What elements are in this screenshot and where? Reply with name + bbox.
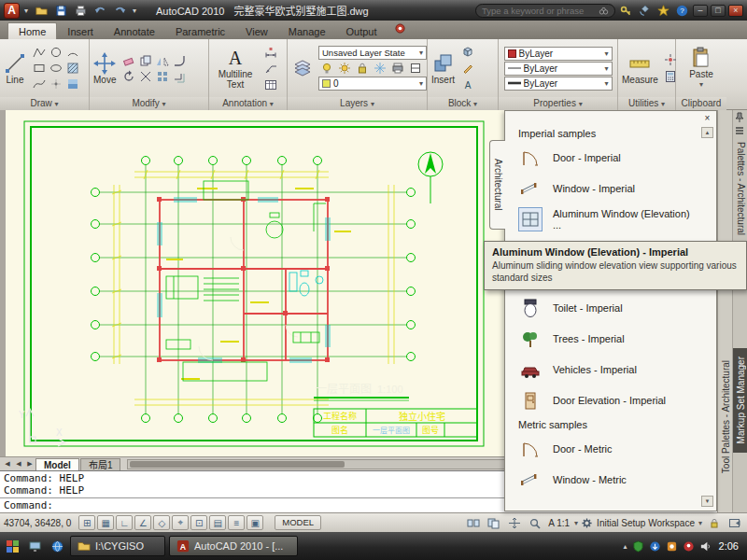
rectangle-button[interactable] [31, 61, 47, 76]
show-desktop-button[interactable] [25, 537, 44, 555]
volume-icon[interactable] [699, 540, 712, 553]
qp-toggle[interactable]: ▣ [247, 515, 263, 530]
measure-button[interactable]: Measure [620, 51, 660, 86]
app-menu-button[interactable]: A [4, 3, 20, 19]
edit-block-button[interactable] [459, 61, 475, 76]
tab-view[interactable]: View [235, 23, 278, 39]
palette-item-trees[interactable]: Trees - Imperial [518, 323, 698, 354]
help-search-box[interactable] [475, 4, 615, 18]
lwt-toggle[interactable]: ≡ [228, 515, 245, 530]
plot-button[interactable] [72, 3, 89, 19]
tray-antivirus-icon[interactable] [666, 540, 678, 553]
scrollbar-thumb[interactable] [130, 461, 345, 468]
layer-lock-button[interactable] [354, 61, 370, 76]
tray-messenger-icon[interactable] [683, 540, 695, 553]
fillet-button[interactable] [171, 53, 187, 68]
close-button[interactable]: × [728, 5, 743, 17]
object-color-dropdown[interactable]: ByLayer ▾ [504, 47, 613, 61]
spline-button[interactable] [31, 77, 47, 91]
save-button[interactable] [52, 3, 69, 19]
palette-item-door-imperial[interactable]: Door - Imperial [518, 142, 698, 173]
qat-customize-chevron-icon[interactable]: ▾ [131, 7, 138, 15]
open-button[interactable] [33, 3, 49, 19]
app-menu-chevron-icon[interactable]: ▾ [22, 7, 30, 15]
tray-shield-icon[interactable] [632, 540, 644, 553]
panel-label-draw[interactable]: Draw ▾ [0, 97, 89, 110]
leader-button[interactable] [262, 61, 278, 76]
hatch-button[interactable] [64, 61, 80, 76]
ellipse-button[interactable] [48, 61, 63, 76]
zoom-button[interactable] [526, 515, 543, 530]
tab-scroll-first-button[interactable]: ◀ [2, 460, 13, 468]
tab-parametric[interactable]: Parametric [165, 23, 235, 39]
panel-label-clipboard[interactable]: Clipboard [676, 97, 726, 110]
auto-hide-pin-icon[interactable] [734, 112, 745, 123]
favorites-button[interactable] [655, 3, 671, 18]
polar-toggle[interactable]: ∠ [134, 515, 151, 530]
clean-screen-button[interactable] [726, 515, 743, 530]
copy-button[interactable] [137, 53, 153, 68]
help-button[interactable]: ? [674, 3, 690, 18]
array-button[interactable] [154, 69, 170, 84]
trim-button[interactable] [137, 69, 153, 84]
rotate-button[interactable] [120, 69, 136, 84]
tool-palettes-titlebar[interactable]: Tool Palettes - Architectural [717, 110, 732, 512]
palette-item-door-metric[interactable]: Door - Metric [518, 433, 698, 464]
palette-item-vehicles[interactable]: Vehicles - Imperial [518, 354, 698, 385]
subscription-center-button[interactable] [618, 3, 634, 18]
horizontal-scrollbar[interactable] [127, 459, 506, 469]
palette-item-aluminum-window[interactable]: Aluminum Window (Elevation) ... [518, 203, 698, 234]
gradient-button[interactable] [64, 77, 80, 91]
tab-scroll-left-button[interactable]: ◀ [13, 460, 24, 468]
palette-item-door-elevation[interactable]: Door Elevation - Imperial [518, 385, 698, 415]
palette-item-window-metric[interactable]: Window - Metric [518, 464, 698, 495]
tab-insert[interactable]: Insert [57, 23, 104, 39]
panel-label-utilities[interactable]: Utilities ▾ [618, 97, 675, 110]
communication-center-button[interactable] [637, 3, 653, 18]
linetype-dropdown[interactable]: ByLayer ▾ [504, 62, 613, 76]
insert-button[interactable]: Insert [430, 51, 457, 86]
table-button[interactable] [262, 77, 278, 92]
taskbar-item-autocad[interactable]: A AutoCAD 2010 - [... [169, 536, 298, 556]
paste-button[interactable]: Paste ▾ [687, 46, 715, 91]
maximize-button[interactable]: □ [711, 5, 726, 17]
tray-expand-icon[interactable]: ▴ [624, 542, 627, 551]
grid-toggle[interactable]: ▦ [97, 515, 114, 530]
panel-label-modify[interactable]: Modify ▾ [90, 97, 208, 110]
offset-button[interactable] [171, 69, 187, 84]
quick-launch-browser-button[interactable] [48, 537, 66, 555]
annotation-scale-value[interactable]: A 1:1 [548, 518, 570, 528]
dyn-toggle[interactable]: ▤ [209, 515, 226, 530]
ribbon-minimize-button[interactable] [395, 23, 405, 35]
layer-thaw-button[interactable] [336, 61, 352, 76]
taskbar-item-folder[interactable]: I:\CYGISO [70, 536, 165, 556]
create-block-button[interactable] [459, 44, 475, 59]
otrack-toggle[interactable]: ⌖ [172, 515, 189, 530]
palette-item-toilet[interactable]: Toilet - Imperial [518, 292, 698, 323]
tab-manage[interactable]: Manage [278, 23, 336, 39]
arc-button[interactable] [64, 45, 80, 60]
minimize-button[interactable]: – [693, 5, 708, 17]
point-button[interactable] [48, 77, 63, 91]
search-input[interactable] [482, 6, 599, 16]
markup-set-manager-tab[interactable]: Markup Set Manager [733, 348, 747, 453]
layer-state-dropdown[interactable]: Unsaved Layer State ▾ [318, 46, 427, 60]
panel-label-properties[interactable]: Properties ▾ [499, 97, 617, 110]
layer-properties-button[interactable] [289, 56, 316, 80]
tab-scroll-right-button[interactable]: ▶ [24, 460, 35, 468]
erase-button[interactable] [120, 53, 136, 68]
palette-properties-icon[interactable] [734, 125, 745, 136]
tab-model[interactable]: Model [35, 458, 79, 470]
toolbar-lock-button[interactable] [705, 515, 723, 530]
snap-toggle[interactable]: ⊞ [78, 515, 95, 530]
undo-button[interactable] [92, 3, 108, 19]
polyline-button[interactable] [31, 45, 47, 60]
ortho-toggle[interactable]: ∟ [116, 515, 133, 530]
tab-output[interactable]: Output [336, 23, 388, 39]
ducs-toggle[interactable]: ⊡ [190, 515, 207, 530]
palettes-architectural-label[interactable]: Palettes - Architectural [736, 142, 746, 235]
layer-dropdown[interactable]: 0 ▾ [318, 77, 427, 91]
palette-item-window-imperial[interactable]: Window - Imperial [518, 173, 698, 203]
palette-scroll-down-button[interactable]: ▼ [701, 496, 713, 507]
start-button[interactable] [3, 537, 21, 555]
